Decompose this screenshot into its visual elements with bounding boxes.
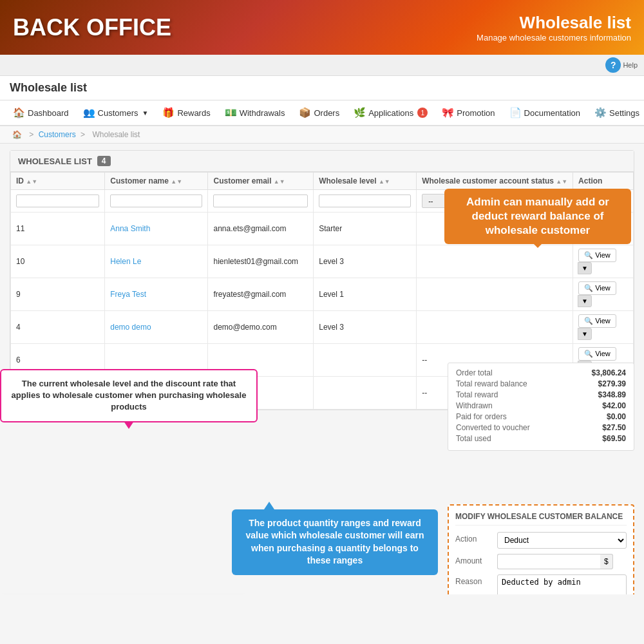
callout-level-text: The current wholesale level and the disc… <box>12 379 247 412</box>
header-right: Wholesale list Manage wholesale customer… <box>477 13 631 43</box>
view-button[interactable]: 🔍 View <box>578 314 616 328</box>
cell-id: 11 <box>11 213 105 245</box>
nav-documentation[interactable]: 📄 Documentation <box>503 100 587 126</box>
view-dropdown-button[interactable]: ▼ <box>578 295 592 307</box>
stats-reward-balance: Total reward balance $279.39 <box>456 379 626 388</box>
filter-id-cell <box>11 190 105 213</box>
view-dropdown-button[interactable]: ▼ <box>578 328 592 340</box>
paid-value: $0.00 <box>607 412 626 421</box>
action-select[interactable]: Deduct <box>497 532 627 549</box>
form-amount-group: Amount $ <box>455 554 627 569</box>
col-customer-name: Customer name ▲▼ <box>105 173 208 190</box>
withdrawn-value: $42.00 <box>602 401 626 410</box>
cell-level: Level 3 <box>314 245 417 278</box>
reason-textarea[interactable] <box>497 574 627 594</box>
filter-id-input[interactable] <box>16 194 99 207</box>
main-content: WHOLESALE LIST 4 ID ▲▼ Customer name ▲▼ … <box>0 144 644 594</box>
orders-icon: 📦 <box>299 107 311 118</box>
panel-title: WHOLESALE LIST <box>18 156 92 166</box>
col-id: ID ▲▼ <box>11 173 105 190</box>
cell-status <box>417 311 573 344</box>
nav-customers-label: Customers <box>98 108 138 118</box>
nav-dashboard[interactable]: 🏠 Dashboard <box>6 100 75 126</box>
nav-rewards-label: Rewards <box>177 108 210 118</box>
table-row: 9 Freya Test freyatest@gmail.com Level 1… <box>11 278 634 311</box>
stats-converted: Converted to voucher $27.50 <box>456 423 626 432</box>
callout-wholesale-level: The current wholesale level and the disc… <box>0 369 258 422</box>
nav-dashboard-label: Dashboard <box>28 108 69 118</box>
filter-name-input[interactable] <box>110 194 202 207</box>
help-label: Help <box>623 61 638 69</box>
cell-status <box>417 278 573 311</box>
help-bar: ? Help <box>0 55 644 76</box>
cell-id: 4 <box>11 311 105 344</box>
total-used-value: $69.50 <box>602 434 626 443</box>
total-reward-value: $348.89 <box>598 390 626 399</box>
cell-level: Level 1 <box>314 278 417 311</box>
page-header-title: Wholesale list <box>477 13 631 33</box>
withdrawn-label: Withdrawn <box>456 401 493 410</box>
callout-admin-text: Admin can manually add or deduct reward … <box>466 196 609 236</box>
nav-settings[interactable]: ⚙️ Settings ▼ <box>588 100 644 126</box>
nav-applications-label: Applications <box>368 108 413 118</box>
customers-arrow-icon: ▼ <box>142 109 148 117</box>
breadcrumb-sep1: > <box>29 130 35 139</box>
breadcrumb-customers[interactable]: Customers <box>39 130 76 139</box>
customer-link[interactable]: Helen Le <box>110 257 141 266</box>
header: BACK OFFICE Wholesale list Manage wholes… <box>0 0 644 55</box>
reward-balance-value: $279.39 <box>598 379 626 388</box>
amount-input[interactable] <box>497 554 600 569</box>
filter-level-cell <box>314 190 417 213</box>
reward-balance-label: Total reward balance <box>456 379 527 388</box>
cell-email: hienletest01@gmail.com <box>208 245 314 278</box>
cell-level <box>314 377 417 410</box>
nav-promotion[interactable]: 🎀 Promotion <box>435 100 501 126</box>
stats-total-reward: Total reward $348.89 <box>456 390 626 399</box>
col-action: Action <box>573 173 634 190</box>
form-action-group: Action Deduct <box>455 532 627 549</box>
view-button[interactable]: 🔍 View <box>578 347 616 361</box>
reason-field-label: Reason <box>455 574 497 586</box>
cell-action: 🔍 View ▼ <box>573 245 634 278</box>
view-dropdown-button[interactable]: ▼ <box>578 262 592 274</box>
table-row: 4 demo demo demo@demo.com Level 3 🔍 View… <box>11 311 634 344</box>
amount-input-wrapper: $ <box>497 554 613 569</box>
paid-label: Paid for orders <box>456 412 507 421</box>
nav-settings-label: Settings <box>609 108 639 118</box>
customer-link[interactable]: demo demo <box>110 323 151 332</box>
panel-count: 4 <box>97 156 111 166</box>
nav-applications[interactable]: 🌿 Applications 1 <box>347 100 434 126</box>
cell-id: 9 <box>11 278 105 311</box>
customers-icon: 👥 <box>83 107 95 118</box>
nav-withdrawals-label: Withdrawals <box>240 108 285 118</box>
view-button[interactable]: 🔍 View <box>578 249 616 262</box>
settings-icon: ⚙️ <box>594 107 607 118</box>
nav-rewards[interactable]: 🎁 Rewards <box>156 100 216 126</box>
col-email: Customer email ▲▼ <box>208 173 314 190</box>
cell-email: demo@demo.com <box>208 311 314 344</box>
nav-customers[interactable]: 👥 Customers ▼ <box>77 100 155 126</box>
nav-withdrawals[interactable]: 💵 Withdrawals <box>218 100 292 126</box>
callout-ranges-text: The product quantity ranges and reward v… <box>246 518 424 566</box>
cell-email: freyatest@gmail.com <box>208 278 314 311</box>
converted-value: $27.50 <box>602 423 626 432</box>
customer-link[interactable]: Anna Smith <box>110 224 150 233</box>
nav-orders-label: Orders <box>314 108 339 118</box>
customer-link[interactable]: Freya Test <box>110 290 146 299</box>
filter-email-cell <box>208 190 314 213</box>
applications-icon: 🌿 <box>354 107 366 118</box>
help-button[interactable]: ? <box>605 57 621 73</box>
navbar: 🏠 Dashboard 👥 Customers ▼ 🎁 Rewards 💵 Wi… <box>0 100 644 126</box>
cell-level <box>314 344 417 377</box>
converted-label: Converted to voucher <box>456 423 530 432</box>
rewards-icon: 🎁 <box>162 107 175 118</box>
nav-orders[interactable]: 📦 Orders <box>292 100 346 126</box>
stats-total-used: Total used $69.50 <box>456 434 626 443</box>
view-button[interactable]: 🔍 View <box>578 281 616 295</box>
cell-name: Anna Smith <box>105 213 208 245</box>
breadcrumb-sep2: > <box>80 130 87 139</box>
filter-email-input[interactable] <box>213 194 308 207</box>
modify-balance-panel: MODIFY WHOLESALE CUSTOMER BALANCE Action… <box>448 504 634 594</box>
filter-level-input[interactable] <box>319 194 411 207</box>
stats-panel: Order total $3,806.24 Total reward balan… <box>448 363 634 451</box>
